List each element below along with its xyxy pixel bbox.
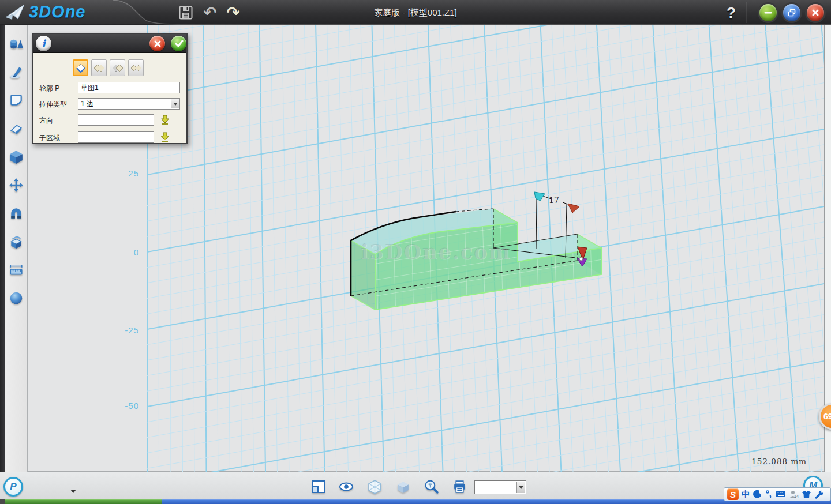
app-logo-text: 3DOne — [29, 2, 85, 21]
profile-menu-caret[interactable] — [70, 490, 76, 493]
notification-count: 69 — [823, 412, 831, 421]
wireframe-cube-icon — [367, 479, 383, 495]
full-half-width-button[interactable] — [753, 488, 762, 500]
extrude-mode-buttons — [73, 59, 144, 76]
pencil-sketch-icon — [9, 65, 24, 80]
minimize-button[interactable] — [759, 4, 777, 21]
profile-input[interactable] — [78, 82, 180, 93]
extrude-dialog-header: i — [33, 34, 186, 53]
titlebar-separator — [746, 2, 746, 23]
redo-button[interactable]: ↷ — [225, 5, 241, 21]
sketch-plane-icon — [9, 93, 24, 108]
undo-button[interactable]: ↶ — [202, 5, 218, 21]
shaded-view-button[interactable] — [395, 479, 411, 494]
chinese-mode-label: 中 — [742, 489, 750, 500]
restore-button[interactable] — [783, 4, 800, 21]
sidebar-tool-erase[interactable] — [6, 118, 27, 139]
viewport-layout-button[interactable] — [310, 479, 327, 494]
close-button[interactable] — [807, 4, 824, 21]
sidebar-tool-plane[interactable] — [6, 90, 27, 111]
subregion-input[interactable] — [78, 131, 154, 143]
direction-pick-icon[interactable] — [160, 114, 170, 125]
diamond-base-icon — [75, 62, 87, 74]
skin-button[interactable] — [802, 488, 811, 500]
sogou-logo-icon[interactable]: S — [727, 488, 739, 500]
view-preset-dropdown[interactable] — [474, 480, 526, 494]
combine-boxes-icon — [9, 234, 24, 249]
diamond-add-icon — [93, 62, 105, 74]
coordinate-readout: 152.088 mm — [751, 457, 807, 466]
extrude-mode-subtract-button[interactable] — [110, 59, 125, 76]
wrench-icon — [814, 490, 823, 499]
print-button[interactable] — [451, 479, 467, 494]
solid-primitives-icon — [9, 36, 24, 51]
profile-badge[interactable]: P — [3, 477, 23, 497]
bottom-toolbar: P — [0, 472, 831, 499]
ime-settings-button[interactable] — [814, 488, 823, 500]
axis-label-minus50: -50 — [125, 401, 139, 411]
save-button[interactable] — [178, 5, 194, 21]
punctuation-icon — [765, 490, 773, 499]
visibility-button[interactable] — [338, 479, 354, 494]
diamond-intersect-icon — [130, 62, 142, 74]
keyboard-icon — [776, 490, 786, 498]
chinese-mode-button[interactable]: 中 — [742, 488, 750, 500]
redo-icon: ↷ — [227, 5, 240, 20]
axis-label-0: 0 — [134, 247, 139, 257]
login-account-button[interactable]: 14 — [789, 488, 799, 500]
dialog-ok-button[interactable] — [171, 36, 186, 51]
profile-label: 轮廓 P — [39, 84, 59, 93]
sidebar-tool-transform[interactable] — [6, 175, 27, 195]
app-logo: 3DOne — [5, 2, 85, 21]
info-icon: i — [36, 36, 51, 51]
undo-icon: ↶ — [204, 5, 217, 20]
extruded-model[interactable] — [351, 194, 606, 317]
shaded-cube-icon — [395, 479, 411, 495]
move-arrows-icon — [9, 178, 24, 193]
ruler-measure-icon — [9, 262, 24, 277]
viewport-layout-icon — [311, 479, 326, 494]
moon-icon — [753, 490, 762, 499]
sidebar-tool-render[interactable] — [6, 288, 27, 309]
sidebar-tool-sketch[interactable] — [6, 62, 27, 82]
subregion-pick-icon[interactable] — [160, 131, 170, 142]
extrude-type-value: 1 边 — [81, 99, 93, 109]
extrude-mode-intersect-button[interactable] — [128, 59, 144, 76]
soft-keyboard-button[interactable] — [776, 488, 786, 500]
sidebar-tool-feature[interactable] — [6, 146, 27, 167]
dialog-cancel-button[interactable] — [149, 36, 165, 51]
user-login-icon: 14 — [789, 490, 799, 499]
diamond-subtract-icon — [112, 62, 123, 74]
extrude-mode-base-button[interactable] — [73, 59, 88, 76]
zoom-button[interactable] — [423, 479, 439, 494]
window-title: 家庭版 - [模型001.Z1] — [374, 0, 456, 25]
cancel-x-icon — [154, 40, 162, 48]
sidebar-tool-combine[interactable] — [6, 231, 27, 252]
extrude-type-select[interactable]: 1 边 — [78, 98, 180, 110]
axis-label-minus25: -25 — [125, 325, 139, 335]
dimension-handle-cyan-flag[interactable] — [534, 192, 545, 201]
eraser-icon — [9, 121, 24, 136]
dropdown-arrow-icon[interactable] — [516, 482, 525, 493]
punctuation-button[interactable] — [765, 488, 773, 500]
ime-toolbar: S 中 14 — [724, 487, 831, 501]
printer-icon — [452, 479, 467, 495]
wireframe-view-button[interactable] — [366, 479, 383, 494]
restore-icon — [788, 9, 796, 17]
chevron-down-icon[interactable] — [171, 99, 179, 108]
axis-labels: 25 0 -25 -50 — [125, 168, 139, 411]
subregion-label: 子区域 — [39, 133, 60, 143]
sogou-logo-letter: S — [730, 490, 736, 499]
sidebar-tool-measure[interactable] — [6, 259, 27, 280]
extrude-mode-add-button[interactable] — [91, 59, 107, 76]
help-button[interactable]: ? — [723, 1, 740, 24]
eye-icon — [338, 479, 354, 494]
taskbar-app-green[interactable] — [5, 499, 162, 504]
direction-input[interactable] — [78, 114, 154, 126]
direction-label: 方向 — [39, 116, 53, 126]
ok-check-icon — [174, 40, 184, 48]
magnifier-icon — [424, 479, 439, 495]
sidebar-tool-primitives[interactable] — [6, 33, 27, 54]
extrude-dialog: i — [32, 33, 188, 144]
sidebar-tool-constraint[interactable] — [6, 203, 27, 224]
